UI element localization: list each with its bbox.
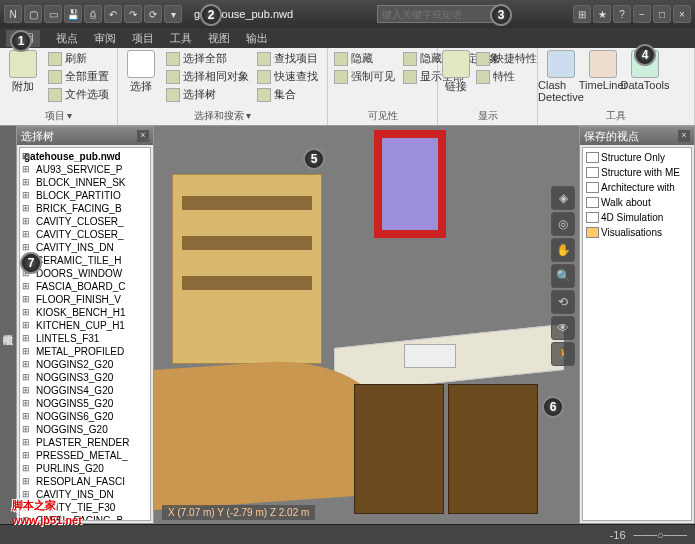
maximize-icon[interactable]: □	[653, 5, 671, 23]
viewpoint-item[interactable]: Walk about	[585, 195, 689, 210]
look-icon[interactable]: 👁	[551, 316, 575, 340]
links-button[interactable]: 链接	[442, 50, 470, 108]
quick-props-button[interactable]: 快捷特性	[474, 50, 539, 67]
tree-item[interactable]: FLOOR_FINISH_V	[22, 293, 148, 306]
callout-1: 1	[10, 30, 32, 52]
tree-item[interactable]: DOORS_WINDOW	[22, 267, 148, 280]
qat-dropdown-icon[interactable]: ▾	[164, 5, 182, 23]
undo-icon[interactable]: ↶	[104, 5, 122, 23]
search-input[interactable]	[377, 5, 497, 23]
qprops-icon	[476, 52, 490, 66]
append-icon	[9, 50, 37, 78]
tree-root[interactable]: gatehouse_pub.nwd	[22, 150, 148, 163]
viewpoint-item[interactable]: 4D Simulation	[585, 210, 689, 225]
tree-item[interactable]: BLOCK_PARTITIO	[22, 189, 148, 202]
close-icon[interactable]: ×	[673, 5, 691, 23]
tree-item[interactable]: NOGGINS2_G20	[22, 358, 148, 371]
tree-item[interactable]: NOGGINS4_G20	[22, 384, 148, 397]
file-options-button[interactable]: 文件选项	[46, 86, 111, 103]
select-button[interactable]: 选择	[122, 50, 160, 108]
new-icon[interactable]: ▢	[24, 5, 42, 23]
tree-item[interactable]: BRICK_FACING_B	[22, 202, 148, 215]
left-dock-strip[interactable]: 生成缩略图	[0, 126, 16, 524]
open-icon[interactable]: ▭	[44, 5, 62, 23]
tree-item[interactable]: PLASTER_RENDER	[22, 436, 148, 449]
callout-4: 4	[634, 44, 656, 66]
select-same-button[interactable]: 选择相同对象	[164, 68, 251, 85]
orbit-icon[interactable]: ⟲	[551, 290, 575, 314]
pan-icon[interactable]: ✋	[551, 238, 575, 262]
seltree-label: 选择树	[183, 87, 216, 102]
saved-viewpoints-header[interactable]: 保存的视点 ×	[580, 127, 694, 145]
tree-item[interactable]: KIOSK_BENCH_H1	[22, 306, 148, 319]
tree-item[interactable]: PURLINS_G20	[22, 462, 148, 475]
tree-item[interactable]: CAVITY_INS_DN	[22, 241, 148, 254]
viewpoint-item[interactable]: Architecture with	[585, 180, 689, 195]
tree-item[interactable]: NOGGINS6_G20	[22, 410, 148, 423]
panel-close-icon[interactable]: ×	[678, 130, 690, 142]
panel-title-select[interactable]: 选择和搜索 ▾	[122, 108, 323, 123]
app-menu-button[interactable]: N	[4, 5, 22, 23]
tab-review[interactable]: 审阅	[94, 31, 116, 46]
selection-tree-header[interactable]: 选择树 ×	[17, 127, 153, 145]
tree-item[interactable]: BLOCK_INNER_SK	[22, 176, 148, 189]
tree-item[interactable]: AU93_SERVICE_P	[22, 163, 148, 176]
print-icon[interactable]: ⎙	[84, 5, 102, 23]
redo-icon[interactable]: ↷	[124, 5, 142, 23]
selection-tree-button[interactable]: 选择树	[164, 86, 251, 103]
tree-item[interactable]: CAVITY_CLOSER_	[22, 215, 148, 228]
hide-icon	[334, 52, 348, 66]
append-button[interactable]: 附加	[4, 50, 42, 108]
help-icon[interactable]: ?	[613, 5, 631, 23]
tab-tools[interactable]: 工具	[170, 31, 192, 46]
sets-button[interactable]: 集合	[255, 86, 320, 103]
refresh-icon[interactable]: ⟳	[144, 5, 162, 23]
3d-viewport[interactable]: ◈ ◎ ✋ 🔍 ⟲ 👁 🚶 X (7.07 m) Y (-2.79 m) Z 2…	[154, 126, 579, 524]
tree-item[interactable]: FASCIA_BOARD_C	[22, 280, 148, 293]
tree-item[interactable]: LINTELS_F31	[22, 332, 148, 345]
require-button[interactable]: 强制可见	[332, 68, 397, 85]
viewcube-icon[interactable]: ◈	[551, 186, 575, 210]
watermark: 脚本之家 www.jb51.net	[12, 484, 82, 526]
reset-all-button[interactable]: 全部重置	[46, 68, 111, 85]
find-items-button[interactable]: 查找项目	[255, 50, 320, 67]
tree-item[interactable]: NOGGINS5_G20	[22, 397, 148, 410]
tree-item[interactable]: KITCHEN_CUP_H1	[22, 319, 148, 332]
search-area	[305, 5, 569, 23]
steering-wheel-icon[interactable]: ◎	[551, 212, 575, 236]
tab-item[interactable]: 项目	[132, 31, 154, 46]
ribbon-panel-display: 链接 快捷特性 特性 显示	[438, 48, 538, 125]
zoom-slider[interactable]: ───○───	[634, 529, 687, 541]
properties-button[interactable]: 特性	[474, 68, 539, 85]
minimize-icon[interactable]: −	[633, 5, 651, 23]
tab-output[interactable]: 输出	[246, 31, 268, 46]
fileopt-label: 文件选项	[65, 87, 109, 102]
tree-item[interactable]: CAVITY_CLOSER_	[22, 228, 148, 241]
panel-close-icon[interactable]: ×	[137, 130, 149, 142]
hide-button[interactable]: 隐藏	[332, 50, 397, 67]
tree-item[interactable]: NOGGINS_G20	[22, 423, 148, 436]
tab-view[interactable]: 视图	[208, 31, 230, 46]
favorites-icon[interactable]: ★	[593, 5, 611, 23]
quick-find-button[interactable]: 快速查找	[255, 68, 320, 85]
select-all-button[interactable]: 选择全部	[164, 50, 251, 67]
viewpoint-item[interactable]: Structure with ME	[585, 165, 689, 180]
tree-item[interactable]: PRESSED_METAL_	[22, 449, 148, 462]
tree-item[interactable]: NOGGINS3_G20	[22, 371, 148, 384]
comm-center-icon[interactable]: ⊞	[573, 5, 591, 23]
selection-tree[interactable]: gatehouse_pub.nwd AU93_SERVICE_PBLOCK_IN…	[19, 147, 151, 521]
timeliner-button[interactable]: TimeLiner	[584, 50, 622, 108]
zoom-icon[interactable]: 🔍	[551, 264, 575, 288]
refresh-button[interactable]: 刷新	[46, 50, 111, 67]
panel-title-project[interactable]: 项目 ▾	[4, 108, 113, 123]
clash-detective-button[interactable]: Clash Detective	[542, 50, 580, 108]
selsame-label: 选择相同对象	[183, 69, 249, 84]
saved-viewpoints-list[interactable]: Structure OnlyStructure with MEArchitect…	[582, 147, 692, 521]
save-icon[interactable]: 💾	[64, 5, 82, 23]
tree-item[interactable]: METAL_PROFILED	[22, 345, 148, 358]
tab-viewpoint[interactable]: 视点	[56, 31, 78, 46]
walk-icon[interactable]: 🚶	[551, 342, 575, 366]
ribbon-panel-visibility: 隐藏 强制可见 隐藏 未选定对象 显示全部 可见性	[328, 48, 438, 125]
viewpoint-item[interactable]: Structure Only	[585, 150, 689, 165]
viewpoint-item[interactable]: Visualisations	[585, 225, 689, 240]
